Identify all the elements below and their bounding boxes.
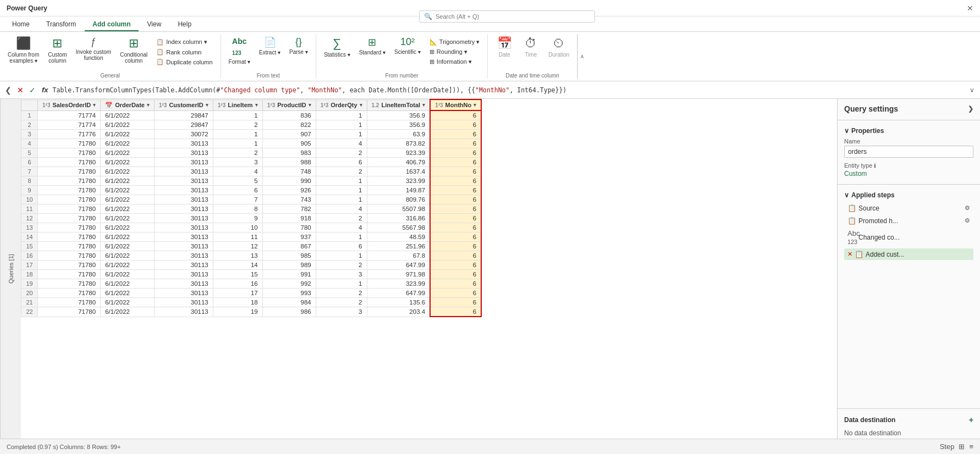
extract-button[interactable]: 📄 Extract ▾ — [256, 34, 284, 58]
rounding-button[interactable]: ⊞ Rounding ▾ — [426, 47, 483, 57]
formula-confirm-button[interactable]: ✓ — [27, 85, 37, 95]
standard-button[interactable]: ⊞ Standard ▾ — [356, 34, 389, 58]
cell-customerid: 29847 — [154, 110, 213, 120]
lineitemtotal-dropdown[interactable]: ▾ — [422, 102, 425, 108]
cell-lineitem: 16 — [213, 279, 262, 289]
tab-transform[interactable]: Transform — [38, 18, 84, 31]
salesorderid-dropdown[interactable]: ▾ — [93, 102, 96, 108]
information-button[interactable]: ⊞ Information ▾ — [426, 57, 483, 67]
tab-add-column[interactable]: Add column — [85, 18, 138, 31]
formula-content: Table.TransformColumnTypes(Table.AddColu… — [53, 86, 965, 94]
cell-customerid: 30113 — [154, 139, 213, 148]
row-number: 2 — [21, 120, 38, 130]
index-column-button[interactable]: 📋 Index column ▾ — [153, 37, 216, 47]
list-view-icon[interactable]: ≡ — [969, 442, 973, 451]
rank-column-button[interactable]: 📋 Rank column — [153, 47, 216, 57]
cell-lineitem: 15 — [213, 270, 262, 279]
step-source-gear[interactable]: ⚙ — [965, 204, 970, 212]
cell-lineitemtotal: 316.86 — [367, 214, 430, 223]
formula-cancel-button[interactable]: ✕ — [15, 85, 25, 95]
cell-orderqty: 1 — [316, 232, 367, 242]
duration-button[interactable]: ⏲ Duration — [545, 34, 572, 60]
cell-salesorderid: 71780 — [38, 204, 101, 214]
step-added-cust[interactable]: ✕ 📋 Added cust... — [844, 248, 973, 260]
step-changed-co[interactable]: Abc123 Changed co... — [844, 228, 973, 247]
col-header-productid[interactable]: 1²3 ProductID ▾ — [262, 99, 316, 110]
cell-productid: 989 — [262, 261, 316, 270]
table-row: 17717806/1/202230113149892647.996 — [21, 261, 482, 270]
cell-salesorderid: 71780 — [38, 223, 101, 232]
grid-scroll[interactable]: 1²3 SalesOrderID ▾ 📅 OrderDate ▾ — [21, 99, 837, 439]
grid-view-icon[interactable]: ⊞ — [959, 442, 965, 451]
cell-productid: 984 — [262, 298, 316, 307]
row-number: 10 — [21, 195, 38, 204]
query-settings-expand[interactable]: ❯ — [968, 105, 973, 113]
col-header-salesorderid[interactable]: 1²3 SalesOrderID ▾ — [38, 99, 101, 110]
col-header-lineitem[interactable]: 1²3 LineItem ▾ — [213, 99, 262, 110]
ribbon-group-from-text: Abc123 Format ▾ 📄 Extract ▾ {} Parse ▾ F… — [221, 34, 316, 79]
cell-salesorderid: 71774 — [38, 110, 101, 120]
search-input[interactable] — [436, 13, 590, 20]
step-delete-icon[interactable]: ✕ — [847, 251, 852, 258]
cell-customerid: 30113 — [154, 214, 213, 223]
customerid-dropdown[interactable]: ▾ — [206, 102, 208, 108]
cell-monthno: 6 — [430, 232, 481, 242]
duplicate-column-button[interactable]: 📋 Duplicate column — [153, 57, 216, 67]
cell-salesorderid: 71780 — [38, 158, 101, 167]
column-from-examples-button[interactable]: ⬛ Column fromexamples ▾ — [4, 34, 42, 66]
name-value[interactable]: orders — [844, 146, 973, 158]
row-number: 1 — [21, 110, 38, 120]
tab-home[interactable]: Home — [4, 18, 37, 31]
cell-monthno: 6 — [430, 307, 481, 317]
row-number: 18 — [21, 270, 38, 279]
trigonometry-button[interactable]: 📐 Trigonometry ▾ — [426, 37, 483, 47]
cell-monthno: 6 — [430, 223, 481, 232]
cell-salesorderid: 71776 — [38, 130, 101, 139]
divider-3 — [838, 408, 980, 409]
cell-customerid: 30113 — [154, 270, 213, 279]
cell-orderqty: 2 — [316, 148, 367, 158]
time-button[interactable]: ⏱ Time — [519, 34, 543, 60]
search-bar[interactable]: 🔍 — [419, 10, 595, 23]
step-icon[interactable]: Step — [940, 442, 955, 451]
statistics-button[interactable]: ∑ Statistics ▾ — [321, 34, 354, 60]
col-header-customerid[interactable]: 1²3 CustomerID ▾ — [154, 99, 213, 110]
col-header-lineitemtotal[interactable]: 1.2 LineItemTotal ▾ — [367, 99, 430, 110]
parse-button[interactable]: {} Parse ▾ — [286, 34, 311, 57]
tab-help[interactable]: Help — [170, 18, 199, 31]
step-source[interactable]: 📋 Source ⚙ — [844, 202, 973, 214]
close-button[interactable]: ✕ — [967, 4, 973, 13]
productid-dropdown[interactable]: ▾ — [309, 102, 311, 108]
invoke-custom-function-button[interactable]: ƒ Invoke customfunction — [73, 34, 114, 63]
lineitem-dropdown[interactable]: ▾ — [255, 102, 258, 108]
col-header-monthno[interactable]: 1²3 MonthNo ▾ — [430, 99, 481, 110]
format-button[interactable]: Abc123 Format ▾ — [225, 34, 254, 67]
cell-productid: 990 — [262, 176, 316, 186]
cell-orderdate: 6/1/2022 — [101, 261, 155, 270]
step-promoted-h[interactable]: 📋 Promoted h... ⚙ — [844, 215, 973, 226]
ribbon-collapse-button[interactable]: ∧ — [577, 34, 586, 79]
formula-expand-button[interactable]: ∨ — [967, 85, 977, 95]
data-dest-add-button[interactable]: + — [969, 416, 973, 424]
table-row: 1717746/1/20222984718361356.96 — [21, 110, 482, 120]
cell-customerid: 30113 — [154, 204, 213, 214]
entity-type-value[interactable]: Custom — [844, 170, 973, 178]
step-promoted-gear[interactable]: ⚙ — [965, 217, 970, 224]
date-button[interactable]: 📅 Date — [492, 34, 516, 60]
rounding-label: Rounding ▾ — [437, 48, 467, 56]
cell-lineitemtotal: 63.9 — [367, 130, 430, 139]
conditional-column-button[interactable]: ⊞ Conditionalcolumn — [117, 34, 151, 66]
monthno-dropdown[interactable]: ▾ — [474, 102, 476, 108]
queries-panel[interactable]: Queries [1] — [0, 99, 21, 439]
scientific-button[interactable]: 10² Scientific ▾ — [391, 34, 424, 57]
nav-back-button[interactable]: ❮ — [3, 85, 13, 95]
tab-view[interactable]: View — [140, 18, 169, 31]
orderdate-dropdown[interactable]: ▾ — [147, 102, 150, 108]
orderqty-dropdown[interactable]: ▾ — [360, 102, 362, 108]
col-header-orderdate[interactable]: 📅 OrderDate ▾ — [101, 99, 155, 110]
col-header-orderqty[interactable]: 1²3 OrderQty ▾ — [316, 99, 367, 110]
cell-customerid: 30113 — [154, 167, 213, 176]
table-row: 12717806/1/20223011399182316.866 — [21, 214, 482, 223]
applied-steps-title: ∨ Applied steps — [844, 191, 973, 199]
custom-column-button[interactable]: ⊞ Customcolumn — [45, 34, 70, 66]
